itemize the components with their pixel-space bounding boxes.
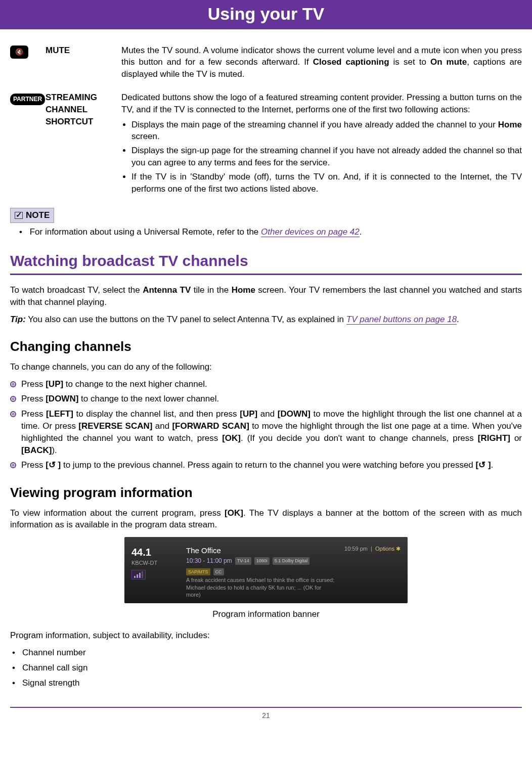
down-post: to change to the next lower channel. xyxy=(78,394,219,403)
program-info-banner: 44.1 KBCW-DT The Office 10:30 - 11:00 pm… xyxy=(124,537,408,603)
undo-post: . xyxy=(491,460,494,470)
watching-intro: To watch broadcast TV, select the Antenn… xyxy=(10,284,522,308)
changing-item-left: Press [LEFT] to display the channel list… xyxy=(10,408,522,456)
mute-label: MUTE xyxy=(46,44,121,57)
subheading-changing: Changing channels xyxy=(10,337,522,355)
partner-action-list: Displays the main page of the streaming … xyxy=(121,119,522,195)
note-text-post: . xyxy=(360,227,362,237)
undo-pre: Press xyxy=(21,460,46,470)
mute-desc-bold2: On mute xyxy=(430,57,467,67)
partner-item-1-bold: Home xyxy=(498,120,522,129)
program-time-line: 10:30 - 11:00 pm TV-14 1080i 5.1 Dolby D… xyxy=(186,557,335,575)
channel-call-sign: KBCW-DT xyxy=(131,559,177,567)
button-row-mute: 🔇 MUTE Mutes the TV sound. A volume indi… xyxy=(10,44,522,80)
view-pre: To view information about the current pr… xyxy=(10,508,225,518)
undo-b4: ] xyxy=(485,460,491,470)
intro-pre: To watch broadcast TV, select the xyxy=(10,285,143,295)
current-time: 10:59 pm xyxy=(344,546,368,552)
banner-figure: 44.1 KBCW-DT The Office 10:30 - 11:00 pm… xyxy=(10,537,522,620)
watching-tip: Tip: You also can use the buttons on the… xyxy=(10,313,522,326)
undo-icon-2: ↺ xyxy=(478,459,485,471)
intro-mid: tile in the xyxy=(191,285,231,295)
program-description: A freak accident causes Michael to think… xyxy=(186,576,335,598)
section-heading-watching: Watching broadcast TV channels xyxy=(10,250,522,272)
changing-intro: To change channels, you can do any of th… xyxy=(10,361,522,373)
down-pre: Press xyxy=(21,394,46,403)
view-b: [OK] xyxy=(225,508,243,518)
note-label-text: NOTE xyxy=(26,209,50,221)
partner-item-1-pre: Displays the main page of the streaming … xyxy=(131,120,498,129)
changing-item-down: Press [DOWN] to change to the next lower… xyxy=(10,393,522,405)
note-box: NOTE For information about using a Unive… xyxy=(10,208,522,238)
viewing-intro: To view information about the current pr… xyxy=(10,507,522,531)
tag-cc: CC xyxy=(213,568,224,576)
partner-label: STREAMING CHANNEL SHORTCUT xyxy=(46,92,121,127)
tag-audio: 5.1 Dolby Digital xyxy=(273,557,310,565)
partner-item-1: Displays the main page of the streaming … xyxy=(131,119,522,143)
page-number: 21 xyxy=(0,711,532,726)
tip-body: You also can use the buttons on the TV p… xyxy=(26,315,346,324)
note-link[interactable]: Other devices on page 42 xyxy=(261,227,360,237)
intro-b1: Antenna TV xyxy=(143,285,191,295)
note-list: For information about using a Universal … xyxy=(19,226,522,238)
tip-link[interactable]: TV panel buttons on page 18 xyxy=(346,315,457,325)
changing-item-undo: Press [↺ ] to jump to the previous chann… xyxy=(10,459,522,471)
includes-item-3: Signal strength xyxy=(10,677,522,689)
partner-item-3: If the TV is in 'Standby' mode (off), tu… xyxy=(131,171,522,195)
program-time-range: 10:30 - 11:00 pm xyxy=(186,557,232,565)
undo-b2: ] xyxy=(56,460,61,470)
down-b: [DOWN] xyxy=(46,394,78,403)
footer-rule xyxy=(10,707,522,708)
options-label: Options ✱ xyxy=(375,546,401,552)
banner-caption: Program information banner xyxy=(10,608,522,620)
tag-rating: TV-14 xyxy=(235,557,251,565)
subheading-viewing: Viewing program information xyxy=(10,483,522,502)
includes-list: Channel number Channel call sign Signal … xyxy=(10,647,522,689)
partner-item-3-text: If the TV is in 'Standby' mode (off), tu… xyxy=(131,172,522,194)
up-post: to change to the next higher channel. xyxy=(63,379,207,389)
undo-icon: ↺ xyxy=(49,459,56,471)
section-rule xyxy=(10,274,522,275)
button-row-partner: PARTNER STREAMING CHANNEL SHORTCUT Dedic… xyxy=(10,92,522,197)
mute-icon: 🔇 xyxy=(10,46,28,59)
note-item: For information about using a Universal … xyxy=(19,226,522,238)
page-content: 🔇 MUTE Mutes the TV sound. A volume indi… xyxy=(0,29,532,697)
mute-desc-mid: is set to xyxy=(389,57,430,67)
includes-item-1: Channel number xyxy=(10,647,522,659)
note-label: NOTE xyxy=(10,208,54,223)
partner-item-2-text: Displays the sign-up page for the stream… xyxy=(131,146,522,167)
tip-post: . xyxy=(457,315,459,324)
partner-icon: PARTNER xyxy=(10,94,45,105)
tip-pre: Tip: xyxy=(10,315,26,324)
up-b: [UP] xyxy=(46,379,63,389)
check-icon xyxy=(15,212,23,219)
partner-item-1-post: screen. xyxy=(131,131,160,141)
signal-strength-icon xyxy=(131,570,146,579)
page-header: Using your TV xyxy=(0,0,532,29)
clock-block: 10:59 pm | Options ✱ xyxy=(344,545,401,553)
changing-item-up: Press [UP] to change to the next higher … xyxy=(10,378,522,390)
includes-item-2: Channel call sign xyxy=(10,662,522,674)
up-pre: Press xyxy=(21,379,46,389)
mute-desc-bold1: Closed captioning xyxy=(313,57,389,67)
partner-desc-text: Dedicated buttons show the logo of a fea… xyxy=(121,93,522,114)
intro-b2: Home xyxy=(232,285,255,295)
undo-mid: to jump to the previous channel. Press a… xyxy=(61,460,475,470)
partner-description: Dedicated buttons show the logo of a fea… xyxy=(121,92,522,197)
note-text-pre: For information about using a Universal … xyxy=(30,227,261,237)
program-title: The Office xyxy=(186,545,335,556)
mute-description: Mutes the TV sound. A volume indicator s… xyxy=(121,44,522,80)
tag-sap: SAP/MTS xyxy=(186,568,210,576)
program-info-block: The Office 10:30 - 11:00 pm TV-14 1080i … xyxy=(186,545,335,598)
tag-resolution: 1080i xyxy=(254,557,270,565)
partner-icon-cell: PARTNER xyxy=(10,92,46,105)
mute-icon-cell: 🔇 xyxy=(10,44,46,59)
includes-label: Program information, subject to availabi… xyxy=(10,630,522,642)
partner-item-2: Displays the sign-up page for the stream… xyxy=(131,145,522,169)
changing-list: Press [UP] to change to the next higher … xyxy=(10,378,522,472)
channel-block: 44.1 KBCW-DT xyxy=(131,545,177,580)
channel-number: 44.1 xyxy=(131,545,177,559)
